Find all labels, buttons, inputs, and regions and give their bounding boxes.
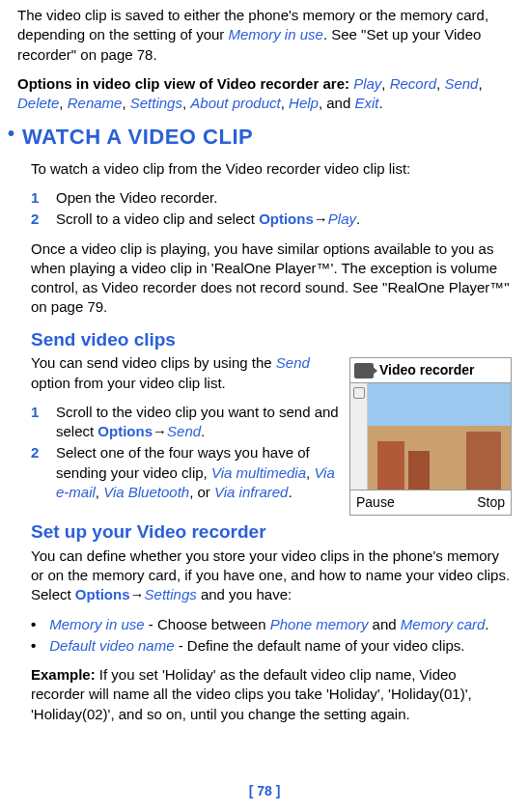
text: Scroll to a video clip and select [56,210,259,227]
watch-step-1: 1 Open the Video recorder. [31,188,512,208]
watch-intro: To watch a video clip from the Video rec… [31,159,512,179]
softkey-pause: Pause [356,493,395,512]
softkey-options: Options [75,586,130,602]
page-number: [ 78 ] [0,782,529,800]
setup-bullets: Memory in use - Choose between Phone mem… [31,615,512,657]
menu-play: Play [328,210,356,227]
option-settings: Settings [130,95,182,111]
via-bluetooth: Via Bluetooth [103,484,189,500]
menu-send: Send [167,423,201,439]
heading-watch-row: • WATCH A VIDEO CLIP [17,123,512,152]
text: , or [189,484,214,500]
intro-paragraph-2: Options in video clip view of Video reco… [17,74,512,114]
example-text: If you set 'Holiday' as the default vide… [31,666,472,722]
arrow-icon: → [314,210,328,227]
text: - Choose between [145,616,270,632]
cmd-send: Send [276,354,310,371]
text: Options in video clip view of Video reco… [17,75,349,92]
step-text: Scroll to the video clip you want to sen… [56,403,340,442]
heading-watch: WATCH A VIDEO CLIP [22,123,253,152]
bullet-icon: • [8,123,14,144]
option-exit: Exit [354,95,378,111]
option-send: Send [444,75,478,92]
send-intro: You can send video clips by using the Se… [31,353,340,393]
option-delete: Delete [17,95,59,111]
step-number: 2 [31,443,44,502]
bullet-default-name: Default video name - Define the default … [31,636,512,656]
phone-title-text: Video recorder [379,361,475,379]
text: You can send video clips by using the [31,354,276,371]
signal-icon [353,387,365,399]
heading-setup: Set up your Video recorder [31,519,512,545]
heading-send: Send video clips [31,327,512,352]
text: and you have: [197,586,292,602]
phone-video-frame [368,383,511,490]
step-text: Select one of the four ways you have of … [56,443,340,502]
watch-step-2: 2 Scroll to a video clip and select Opti… [31,210,512,229]
step-text: Open the Video recorder. [56,188,217,208]
arrow-icon: → [153,423,167,439]
text: , and [319,95,355,111]
via-multimedia: Via multimedia [211,464,306,481]
step-number: 2 [31,210,44,229]
softkey-options: Options [259,210,314,227]
phone-titlebar: Video recorder [350,358,511,383]
watch-steps: 1 Open the Video recorder. 2 Scroll to a… [31,188,512,230]
menu-settings: Settings [145,586,197,602]
link-memory-in-use[interactable]: Memory in use [229,26,323,42]
send-steps: 1 Scroll to the video clip you want to s… [31,403,340,502]
setting-default-video-name: Default video name [49,637,174,654]
example-label: Example: [31,666,96,683]
phone-sidebar [350,383,368,490]
step-text: Scroll to a video clip and select Option… [56,210,360,229]
setting-memory-in-use: Memory in use [49,616,144,632]
step-number: 1 [31,188,44,208]
watch-note: Once a video clip is playing, you have s… [31,239,512,318]
option-about: About product [190,95,280,111]
bullet-memory-in-use: Memory in use - Choose between Phone mem… [31,615,512,634]
option-help: Help [289,95,319,111]
step-number: 1 [31,403,44,442]
option-play: Play [353,75,381,92]
setup-intro: You can define whether you store your vi… [31,546,512,605]
setup-example: Example: If you set 'Holiday' as the def… [31,665,512,724]
text: and [368,616,400,632]
option-rename: Rename [68,95,123,111]
via-infrared: Via infrared [214,484,288,500]
phone-screenshot: Video recorder Pause Stop [349,357,512,516]
option-record: Record [390,75,436,92]
value-memory-card: Memory card [401,616,486,632]
arrow-icon: → [130,586,145,602]
text: - Define the default name of your video … [175,637,465,654]
send-step-1: 1 Scroll to the video clip you want to s… [31,403,340,442]
value-phone-memory: Phone memory [270,616,369,632]
camera-icon [354,363,374,378]
text: option from your video clip list. [31,375,226,391]
intro-paragraph-1: The video clip is saved to either the ph… [17,6,512,65]
send-step-2: 2 Select one of the four ways you have o… [31,443,340,502]
softkey-options: Options [97,423,153,439]
softkey-stop: Stop [477,493,505,512]
